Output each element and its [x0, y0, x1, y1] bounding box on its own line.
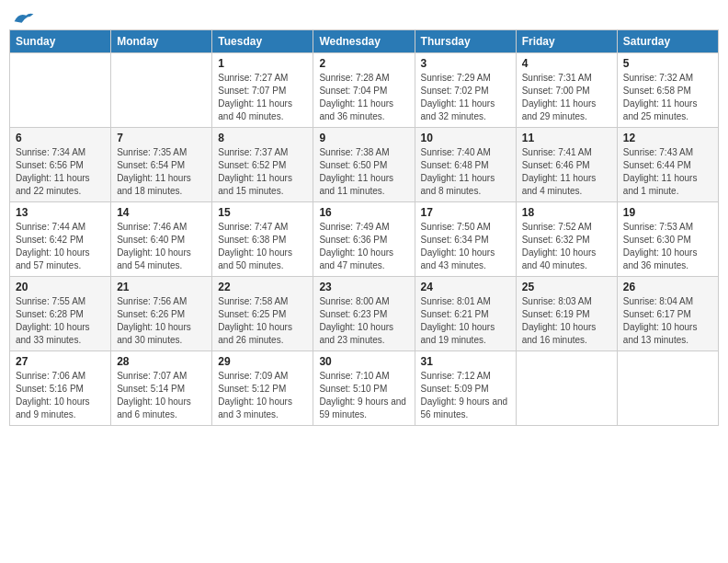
day-number: 14	[117, 206, 206, 219]
day-info: Sunrise: 7:44 AMSunset: 6:42 PMDaylight:…	[16, 221, 105, 272]
day-info: Sunrise: 7:32 AMSunset: 6:58 PMDaylight:…	[623, 72, 712, 123]
day-info: Sunrise: 7:37 AMSunset: 6:52 PMDaylight:…	[218, 146, 307, 198]
calendar-cell	[10, 53, 111, 128]
calendar-cell: 11Sunrise: 7:41 AMSunset: 6:46 PMDayligh…	[516, 128, 617, 202]
calendar-cell: 12Sunrise: 7:43 AMSunset: 6:44 PMDayligh…	[617, 128, 718, 202]
weekday-header: Sunday	[10, 30, 111, 53]
day-info: Sunrise: 7:56 AMSunset: 6:26 PMDaylight:…	[117, 295, 206, 347]
day-info: Sunrise: 8:00 AMSunset: 6:23 PMDaylight:…	[319, 295, 408, 347]
day-info: Sunrise: 7:07 AMSunset: 5:14 PMDaylight:…	[117, 370, 206, 421]
calendar-cell: 20Sunrise: 7:55 AMSunset: 6:28 PMDayligh…	[10, 277, 111, 351]
day-info: Sunrise: 7:28 AMSunset: 7:04 PMDaylight:…	[319, 72, 408, 123]
day-info: Sunrise: 7:40 AMSunset: 6:48 PMDaylight:…	[421, 146, 510, 198]
calendar-week-row: 1Sunrise: 7:27 AMSunset: 7:07 PMDaylight…	[10, 53, 719, 128]
day-number: 3	[421, 57, 510, 70]
day-info: Sunrise: 7:50 AMSunset: 6:34 PMDaylight:…	[421, 221, 510, 272]
day-number: 15	[218, 206, 307, 219]
weekday-header: Wednesday	[313, 30, 415, 53]
day-number: 31	[421, 355, 510, 368]
day-number: 26	[623, 281, 712, 293]
day-info: Sunrise: 7:12 AMSunset: 5:09 PMDaylight:…	[421, 370, 510, 421]
calendar-cell: 14Sunrise: 7:46 AMSunset: 6:40 PMDayligh…	[111, 202, 212, 277]
day-number: 10	[421, 132, 510, 144]
day-number: 20	[16, 281, 105, 293]
day-number: 1	[218, 57, 307, 70]
day-info: Sunrise: 7:38 AMSunset: 6:50 PMDaylight:…	[319, 146, 408, 198]
weekday-header: Monday	[111, 30, 212, 53]
calendar-table: SundayMondayTuesdayWednesdayThursdayFrid…	[9, 29, 719, 426]
day-info: Sunrise: 7:27 AMSunset: 7:07 PMDaylight:…	[218, 72, 307, 123]
day-info: Sunrise: 8:03 AMSunset: 6:19 PMDaylight:…	[522, 295, 611, 347]
calendar-cell: 23Sunrise: 8:00 AMSunset: 6:23 PMDayligh…	[313, 277, 415, 351]
calendar-cell: 16Sunrise: 7:49 AMSunset: 6:36 PMDayligh…	[313, 202, 415, 277]
calendar-cell: 24Sunrise: 8:01 AMSunset: 6:21 PMDayligh…	[415, 277, 516, 351]
day-number: 17	[421, 206, 510, 219]
calendar-cell: 21Sunrise: 7:56 AMSunset: 6:26 PMDayligh…	[111, 277, 212, 351]
day-number: 16	[319, 206, 408, 219]
logo-bird-icon	[13, 9, 35, 28]
day-number: 27	[16, 355, 105, 368]
day-number: 5	[623, 57, 712, 70]
day-number: 11	[522, 132, 611, 144]
calendar-cell: 30Sunrise: 7:10 AMSunset: 5:10 PMDayligh…	[313, 351, 415, 426]
calendar-cell: 25Sunrise: 8:03 AMSunset: 6:19 PMDayligh…	[516, 277, 617, 351]
calendar-cell: 15Sunrise: 7:47 AMSunset: 6:38 PMDayligh…	[212, 202, 313, 277]
logo	[13, 9, 35, 22]
calendar-cell: 22Sunrise: 7:58 AMSunset: 6:25 PMDayligh…	[212, 277, 313, 351]
day-info: Sunrise: 7:47 AMSunset: 6:38 PMDaylight:…	[218, 221, 307, 272]
calendar-cell: 10Sunrise: 7:40 AMSunset: 6:48 PMDayligh…	[415, 128, 516, 202]
weekday-header: Saturday	[617, 30, 718, 53]
day-number: 4	[522, 57, 611, 70]
day-number: 29	[218, 355, 307, 368]
day-info: Sunrise: 7:46 AMSunset: 6:40 PMDaylight:…	[117, 221, 206, 272]
day-number: 12	[623, 132, 712, 144]
calendar-cell: 8Sunrise: 7:37 AMSunset: 6:52 PMDaylight…	[212, 128, 313, 202]
day-info: Sunrise: 7:35 AMSunset: 6:54 PMDaylight:…	[117, 146, 206, 198]
calendar-cell: 18Sunrise: 7:52 AMSunset: 6:32 PMDayligh…	[516, 202, 617, 277]
day-number: 25	[522, 281, 611, 293]
day-info: Sunrise: 8:01 AMSunset: 6:21 PMDaylight:…	[421, 295, 510, 347]
calendar-cell: 31Sunrise: 7:12 AMSunset: 5:09 PMDayligh…	[415, 351, 516, 426]
calendar-header-row: SundayMondayTuesdayWednesdayThursdayFrid…	[10, 30, 719, 53]
day-info: Sunrise: 8:04 AMSunset: 6:17 PMDaylight:…	[623, 295, 712, 347]
calendar-cell: 3Sunrise: 7:29 AMSunset: 7:02 PMDaylight…	[415, 53, 516, 128]
calendar-cell	[111, 53, 212, 128]
calendar-week-row: 20Sunrise: 7:55 AMSunset: 6:28 PMDayligh…	[10, 277, 719, 351]
day-info: Sunrise: 7:31 AMSunset: 7:00 PMDaylight:…	[522, 72, 611, 123]
day-info: Sunrise: 7:58 AMSunset: 6:25 PMDaylight:…	[218, 295, 307, 347]
day-info: Sunrise: 7:43 AMSunset: 6:44 PMDaylight:…	[623, 146, 712, 198]
day-info: Sunrise: 7:06 AMSunset: 5:16 PMDaylight:…	[16, 370, 105, 421]
calendar-cell: 19Sunrise: 7:53 AMSunset: 6:30 PMDayligh…	[617, 202, 718, 277]
day-info: Sunrise: 7:09 AMSunset: 5:12 PMDaylight:…	[218, 370, 307, 421]
calendar-cell	[617, 351, 718, 426]
weekday-header: Thursday	[415, 30, 516, 53]
day-info: Sunrise: 7:34 AMSunset: 6:56 PMDaylight:…	[16, 146, 105, 198]
day-number: 21	[117, 281, 206, 293]
day-info: Sunrise: 7:29 AMSunset: 7:02 PMDaylight:…	[421, 72, 510, 123]
day-number: 30	[319, 355, 408, 368]
calendar-cell: 7Sunrise: 7:35 AMSunset: 6:54 PMDaylight…	[111, 128, 212, 202]
calendar-cell: 17Sunrise: 7:50 AMSunset: 6:34 PMDayligh…	[415, 202, 516, 277]
day-info: Sunrise: 7:52 AMSunset: 6:32 PMDaylight:…	[522, 221, 611, 272]
weekday-header: Tuesday	[212, 30, 313, 53]
calendar-cell	[516, 351, 617, 426]
day-number: 9	[319, 132, 408, 144]
calendar-cell: 2Sunrise: 7:28 AMSunset: 7:04 PMDaylight…	[313, 53, 415, 128]
day-number: 23	[319, 281, 408, 293]
day-number: 24	[421, 281, 510, 293]
day-info: Sunrise: 7:10 AMSunset: 5:10 PMDaylight:…	[319, 370, 408, 421]
calendar-cell: 5Sunrise: 7:32 AMSunset: 6:58 PMDaylight…	[617, 53, 718, 128]
day-info: Sunrise: 7:55 AMSunset: 6:28 PMDaylight:…	[16, 295, 105, 347]
day-info: Sunrise: 7:49 AMSunset: 6:36 PMDaylight:…	[319, 221, 408, 272]
calendar-cell: 4Sunrise: 7:31 AMSunset: 7:00 PMDaylight…	[516, 53, 617, 128]
calendar-cell: 27Sunrise: 7:06 AMSunset: 5:16 PMDayligh…	[10, 351, 111, 426]
day-info: Sunrise: 7:53 AMSunset: 6:30 PMDaylight:…	[623, 221, 712, 272]
day-info: Sunrise: 7:41 AMSunset: 6:46 PMDaylight:…	[522, 146, 611, 198]
calendar-cell: 9Sunrise: 7:38 AMSunset: 6:50 PMDaylight…	[313, 128, 415, 202]
day-number: 28	[117, 355, 206, 368]
calendar-cell: 1Sunrise: 7:27 AMSunset: 7:07 PMDaylight…	[212, 53, 313, 128]
calendar-cell: 6Sunrise: 7:34 AMSunset: 6:56 PMDaylight…	[10, 128, 111, 202]
day-number: 8	[218, 132, 307, 144]
day-number: 18	[522, 206, 611, 219]
calendar-cell: 28Sunrise: 7:07 AMSunset: 5:14 PMDayligh…	[111, 351, 212, 426]
